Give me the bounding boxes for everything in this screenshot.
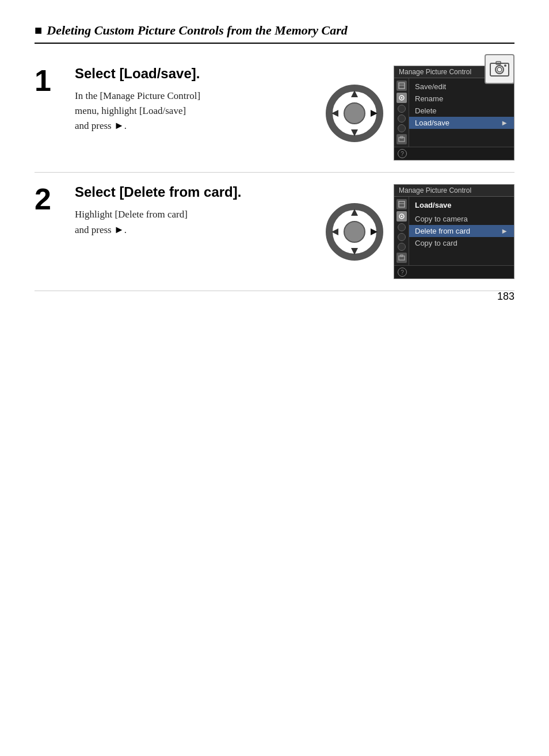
step-2-heading: Select [Delete from card]. — [75, 184, 314, 200]
svg-point-36 — [504, 64, 506, 67]
sidebar-dot-1 — [398, 105, 406, 113]
step-1-row: 1 Select [Load/save]. In the [Manage Pic… — [35, 54, 514, 173]
svg-rect-26 — [399, 201, 405, 207]
page-number: 183 — [497, 291, 514, 303]
step-2-menu-topbar: Manage Picture Control — [394, 185, 514, 197]
sidebar-dot-3 — [398, 124, 406, 132]
step-2-dial — [326, 203, 383, 261]
step-2-number: 2 — [35, 184, 69, 214]
step-1-content: Select [Load/save]. In the [Manage Pictu… — [75, 66, 314, 133]
menu-item-rename: Rename — [409, 93, 514, 105]
menu-item-loadsave-header: Load/save — [409, 199, 514, 213]
step-1-body-line1: In the [Manage Picture Control] — [75, 90, 200, 101]
menu-item-loadsave: Load/save ► — [409, 117, 514, 129]
step-2-row: 2 Select [Delete from card]. Highlight [… — [35, 173, 514, 291]
section-icon: ■ — [35, 23, 42, 38]
step-2-menu-items: Load/save Copy to camera Delete from car… — [409, 197, 514, 265]
step-2-body-line2: and press — [75, 224, 112, 235]
svg-point-7 — [353, 137, 356, 140]
sidebar-dot-2-1 — [398, 223, 406, 231]
camera-badge — [485, 54, 514, 84]
section-title: Deleting Custom Picture Controls from th… — [47, 23, 348, 38]
menu-item-delete: Delete — [409, 105, 514, 117]
svg-point-22 — [353, 205, 356, 208]
svg-point-8 — [327, 112, 331, 115]
svg-point-25 — [378, 230, 382, 234]
help-icon-1: ? — [398, 149, 407, 158]
sidebar-icon-2-1 — [396, 199, 407, 209]
section-header: ■ Deleting Custom Picture Controls from … — [35, 23, 514, 44]
step-2-menu-sidebar — [394, 197, 409, 265]
menu-item-deletefromcard: Delete from card ► — [409, 225, 514, 237]
step-1-menu-items: Save/edit Rename Delete Load/save ► — [409, 78, 514, 147]
help-icon-2: ? — [398, 268, 407, 277]
svg-point-6 — [353, 86, 356, 90]
step-2-menu-screenshot: Manage Picture Control — [394, 184, 514, 279]
sidebar-icon-1 — [396, 81, 407, 91]
step-1-body-line2: menu, highlight [Load/save] — [75, 105, 186, 116]
step-2-menu-body: Load/save Copy to camera Delete from car… — [394, 197, 514, 265]
svg-point-29 — [401, 216, 402, 217]
sidebar-icon-2 — [396, 93, 407, 103]
step-2-menu-footer: ? — [394, 265, 514, 278]
step-1-menu-sidebar — [394, 78, 409, 147]
step-2-body: Highlight [Delete from card] and press ►… — [75, 207, 314, 238]
step-2-content: Select [Delete from card]. Highlight [De… — [75, 184, 314, 238]
step-1-menu-body: Save/edit Rename Delete Load/save ► — [394, 78, 514, 147]
sidebar-dot-2 — [398, 114, 406, 123]
step-2-body-line1: Highlight [Delete from card] — [75, 209, 188, 220]
step-2-press-arrow: ► — [114, 224, 124, 235]
svg-point-1 — [344, 103, 365, 124]
step-1-heading: Select [Load/save]. — [75, 66, 314, 82]
svg-point-24 — [327, 230, 331, 234]
step-1-dial — [326, 85, 383, 142]
svg-point-13 — [401, 97, 402, 99]
svg-point-23 — [353, 255, 356, 259]
sidebar-icon-2-2 — [396, 211, 407, 222]
sidebar-icon-2-3 — [396, 253, 407, 263]
svg-rect-10 — [399, 83, 405, 89]
sidebar-dot-2-2 — [398, 233, 406, 241]
step-2-right: Manage Picture Control — [326, 184, 514, 279]
svg-point-17 — [344, 222, 365, 242]
sidebar-icon-3 — [396, 134, 407, 144]
step-1-press-arrow: ► — [114, 120, 124, 131]
svg-point-9 — [378, 112, 382, 115]
page: ■ Deleting Custom Picture Controls from … — [0, 0, 549, 326]
svg-point-33 — [495, 66, 504, 74]
step-1-menu-footer: ? — [394, 147, 514, 160]
menu-arrow-deletefromcard: ► — [501, 227, 508, 235]
step-1-number: 1 — [35, 66, 69, 96]
menu-item-copytocard: Copy to card — [409, 237, 514, 249]
menu-item-copytocamera: Copy to camera — [409, 213, 514, 225]
step-1-body: In the [Manage Picture Control] menu, hi… — [75, 89, 314, 133]
menu-arrow-loadsave: ► — [501, 119, 508, 127]
step-1-body-line3: and press — [75, 120, 112, 131]
svg-point-34 — [497, 67, 502, 72]
sidebar-dot-2-3 — [398, 243, 406, 251]
